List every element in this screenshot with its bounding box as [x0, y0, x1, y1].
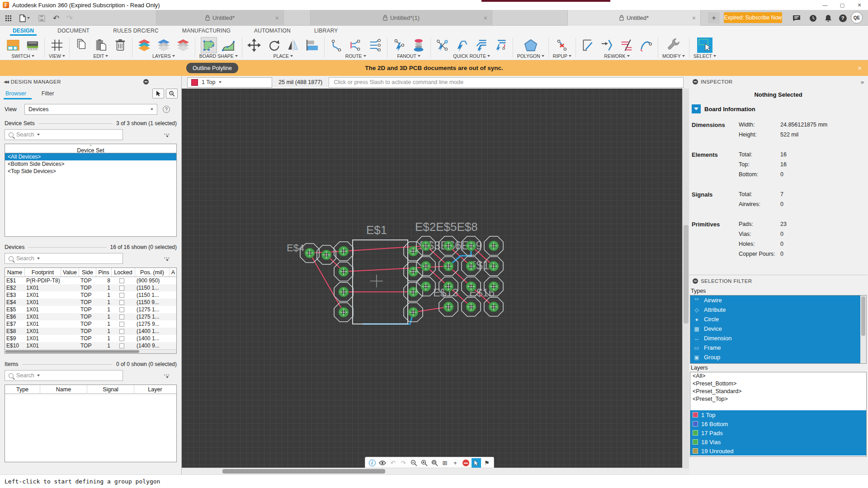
new-document-icon[interactable] — [17, 13, 32, 23]
save-icon[interactable] — [36, 13, 47, 23]
airwire-trace[interactable] — [413, 307, 448, 312]
pcb-pad[interactable] — [404, 303, 423, 322]
layer-preset-item[interactable]: <Preset_Standard> — [690, 388, 866, 395]
locked-checkbox[interactable] — [119, 278, 124, 283]
pcb-pad[interactable] — [484, 236, 503, 255]
route-multi-icon[interactable] — [368, 38, 383, 53]
expired-subscribe-button[interactable]: Expired: Subscribe Now — [724, 12, 782, 23]
layer-item[interactable]: 19 Unrouted — [690, 446, 866, 455]
zoom-selected-button[interactable] — [166, 89, 178, 99]
walkthrough-flag-icon[interactable]: ⚑ — [482, 459, 491, 468]
devices-column-header[interactable]: Pos. (mil) — [135, 268, 170, 277]
tab-untitled-2[interactable]: Untitled*(1) × — [310, 10, 492, 26]
job-status-clock-icon[interactable] — [807, 13, 818, 23]
items-column-header[interactable]: Type — [5, 385, 40, 394]
type-filter-item[interactable]: ◉Hole — [690, 362, 866, 364]
tab-untitled-1[interactable]: Untitled* × — [156, 10, 284, 26]
layer-item[interactable]: 17 Pads — [690, 428, 866, 437]
locked-checkbox[interactable] — [119, 336, 124, 341]
pcb-pad[interactable] — [416, 277, 435, 296]
items-column-header[interactable]: Layer — [134, 385, 176, 394]
device-row[interactable]: E$91X01TOP1(1400 1... — [5, 335, 176, 342]
layer-preset-item[interactable]: <Preset_Bottom> — [690, 380, 866, 388]
move-icon[interactable] — [246, 38, 262, 53]
zoom-fit-icon[interactable] — [430, 459, 439, 468]
locked-checkbox[interactable] — [119, 314, 124, 319]
panel-options-icon[interactable] — [143, 79, 149, 84]
app-grid-icon[interactable] — [3, 13, 14, 23]
layer-preset-item[interactable]: <All> — [690, 372, 866, 380]
airwire-trace[interactable] — [344, 266, 448, 272]
dip8-component-outline[interactable] — [353, 240, 408, 324]
pcb-canvas[interactable]: E$1E$4E$2E$5E$8E$3E$6E$9E$10E$13E$16 i ↶… — [182, 89, 682, 468]
layers-bottom-icon[interactable] — [175, 38, 191, 53]
layer-item[interactable]: 16 Bottom — [690, 419, 866, 428]
locked-checkbox[interactable] — [119, 307, 124, 312]
locked-checkbox[interactable] — [119, 329, 124, 334]
delete-icon[interactable] — [113, 38, 128, 53]
locked-checkbox[interactable] — [119, 343, 124, 348]
devices-column-header[interactable]: Footprint — [25, 268, 61, 277]
collapse-panel-icon[interactable]: ◀◀ — [4, 80, 8, 84]
pcb-pad[interactable] — [462, 297, 481, 316]
type-filter-item[interactable]: ▭Frame — [690, 343, 866, 352]
ripup-icon[interactable] — [554, 38, 570, 53]
info-icon[interactable]: i — [368, 459, 377, 468]
new-tab-button[interactable]: + — [708, 12, 720, 23]
grid-icon[interactable]: ⊞ — [440, 459, 449, 468]
close-window-button[interactable]: × — [851, 0, 868, 10]
airwire-trace[interactable] — [310, 253, 344, 312]
layer-item[interactable]: 1 Top — [690, 410, 866, 419]
device-row[interactable]: E$81X01TOP1(1400 1... — [5, 328, 176, 335]
items-column-header[interactable]: Name — [40, 385, 87, 394]
user-avatar[interactable]: QE — [851, 12, 863, 23]
devices-column-header[interactable]: Side — [79, 268, 96, 277]
pcb-pad[interactable] — [484, 297, 503, 316]
zoom-out-icon[interactable] — [409, 459, 418, 468]
device-row[interactable]: E$101X01TOP1(1400 9... — [5, 342, 176, 349]
devices-search-input[interactable]: Search — [5, 253, 123, 264]
device-row[interactable]: E$1P(R-PDIP-T8)TOP8(900 950) — [5, 277, 176, 284]
tab-browser[interactable]: Browser — [5, 90, 26, 99]
device-set-row[interactable]: <Bottom Side Devices> — [5, 160, 176, 168]
component-label[interactable]: E$2E$5E$8 — [415, 220, 478, 234]
board-outline-icon[interactable] — [201, 38, 217, 53]
locked-checkbox[interactable] — [119, 300, 124, 305]
layers-top-icon[interactable] — [156, 38, 171, 53]
layer-item[interactable]: 18 Vias — [690, 437, 866, 446]
select-mode-button[interactable] — [152, 89, 164, 99]
polygon-icon[interactable] — [523, 38, 538, 53]
active-layer-dropdown[interactable]: 1 Top — [187, 77, 272, 88]
type-filter-item[interactable]: ▣Group — [690, 352, 866, 362]
stop-command-icon[interactable] — [461, 459, 470, 468]
menu-manufacturing[interactable]: MANUFACTURING — [182, 26, 231, 36]
selection-filter-collapse-icon[interactable] — [693, 278, 698, 284]
locked-checkbox[interactable] — [119, 293, 124, 298]
canvas-horizontal-scrollbar[interactable] — [182, 468, 689, 474]
type-filter-item[interactable]: °°Airwire — [690, 296, 866, 305]
crosshair-icon[interactable]: + — [451, 459, 460, 468]
type-filter-item[interactable]: ●Circle — [690, 314, 866, 324]
panel-collapse-icon[interactable] — [693, 79, 698, 84]
quickroute-net-icon[interactable] — [435, 38, 450, 53]
board-information-collapse-button[interactable] — [692, 104, 701, 113]
pcb-pad[interactable] — [404, 262, 423, 281]
eye-visibility-icon[interactable] — [378, 459, 387, 468]
layer-preset-item[interactable]: <Preset_Top> — [690, 395, 866, 403]
pcb-pad[interactable] — [317, 245, 336, 264]
undo-icon[interactable]: ↶ — [51, 13, 61, 23]
locked-checkbox[interactable] — [119, 322, 124, 327]
devices-more-button[interactable]: ⋯ — [164, 256, 170, 261]
devices-column-header[interactable]: Locked — [112, 268, 135, 277]
dismiss-warning-icon[interactable]: × — [858, 64, 862, 72]
device-row[interactable]: E$21X01TOP1(1150 1... — [5, 284, 176, 291]
comments-icon[interactable] — [791, 13, 802, 23]
menu-library[interactable]: LIBRARY — [314, 26, 338, 36]
items-search-input[interactable]: Search — [5, 370, 123, 381]
type-filter-item[interactable]: ↔Dimension — [690, 333, 866, 343]
device-row[interactable]: E$71X01TOP1(1275 9... — [5, 320, 176, 328]
redo-icon[interactable]: ↷ — [399, 459, 408, 468]
quickroute-line-icon[interactable] — [454, 38, 470, 53]
quickroute-multi-icon[interactable] — [474, 38, 489, 53]
device-row[interactable]: E$41X01TOP1(1150 9... — [5, 299, 176, 306]
